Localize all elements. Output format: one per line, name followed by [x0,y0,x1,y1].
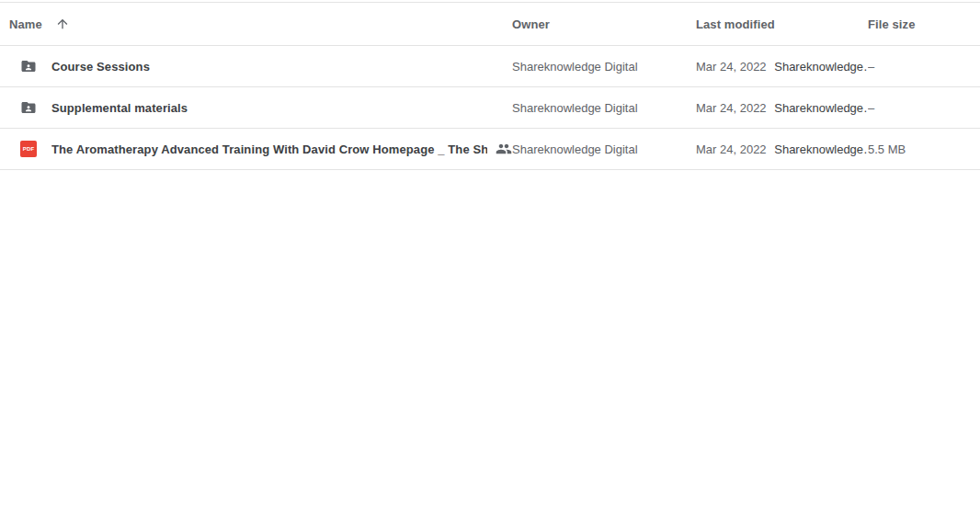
name-cell: PDF The Aromatherapy Advanced Training W… [0,141,512,157]
pdf-icon: PDF [20,141,37,157]
owner-cell: Shareknowledge Digital [512,142,696,156]
column-header-name-label: Name [9,17,42,31]
name-cell: Supplemental materials [0,99,512,116]
file-row-aromatherapy-pdf[interactable]: PDF The Aromatherapy Advanced Training W… [0,129,980,170]
file-name: Supplemental materials [51,101,188,115]
shared-folder-icon [20,99,37,116]
shared-folder-icon [20,58,37,74]
last-modified-cell: Mar 24, 2022 Shareknowledge… [696,60,868,74]
owner-cell: Shareknowledge Digital [512,60,696,74]
sort-ascending-icon[interactable] [55,17,70,31]
last-modified-cell: Mar 24, 2022 Shareknowledge… [696,101,868,115]
file-size-cell: – [868,60,980,74]
file-name: Course Sessions [51,60,150,74]
column-header-name[interactable]: Name [0,17,512,31]
file-size-cell: – [868,101,980,115]
modified-by: Shareknowledge… [774,101,868,115]
pdf-icon-label: PDF [20,141,37,157]
file-row-supplemental-materials[interactable]: Supplemental materials Shareknowledge Di… [0,87,980,129]
file-size-cell: 5.5 MB [868,142,980,156]
modified-date: Mar 24, 2022 [696,101,767,115]
modified-by: Shareknowledge… [774,60,868,74]
column-header-last-modified[interactable]: Last modified [696,17,868,31]
owner-cell: Shareknowledge Digital [512,101,696,115]
last-modified-cell: Mar 24, 2022 Shareknowledge… [696,142,868,156]
modified-date: Mar 24, 2022 [696,142,767,156]
column-header-owner[interactable]: Owner [512,17,696,31]
file-row-course-sessions[interactable]: Course Sessions Shareknowledge Digital M… [0,46,980,87]
name-cell: Course Sessions [0,58,512,74]
modified-date: Mar 24, 2022 [696,60,767,74]
file-name: The Aromatherapy Advanced Training With … [51,142,487,156]
file-list-header: Name Owner Last modified File size [0,3,980,46]
shared-people-icon [496,141,512,157]
modified-by: Shareknowledge… [774,142,868,156]
column-header-file-size[interactable]: File size [868,17,980,31]
file-list: Name Owner Last modified File size Cours… [0,2,980,170]
